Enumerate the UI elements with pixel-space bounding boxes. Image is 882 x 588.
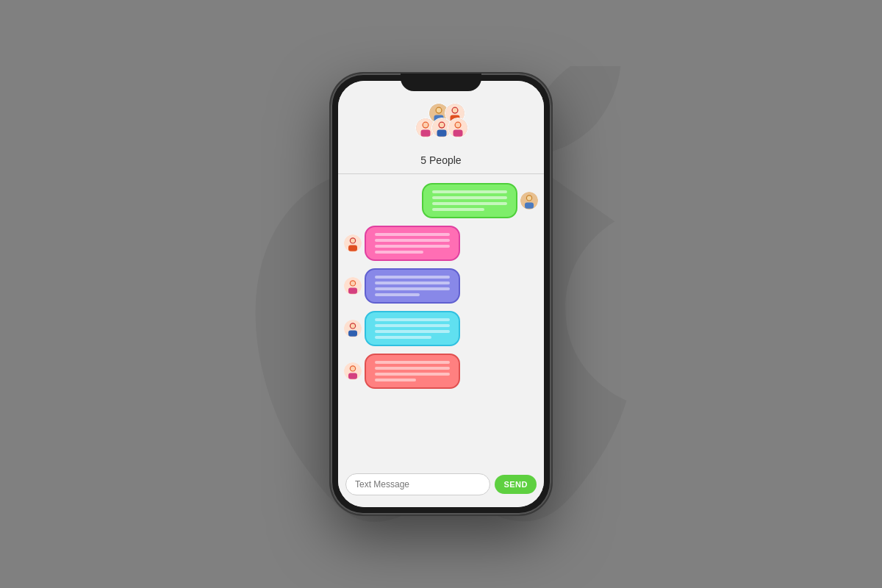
svg-point-11 — [423, 123, 429, 128]
svg-rect-14 — [437, 130, 447, 137]
message-row — [344, 311, 538, 346]
message-row — [344, 183, 538, 218]
input-area: SEND — [338, 467, 544, 507]
chat-header: 5 People — [338, 81, 544, 174]
message-bubble-5 — [365, 354, 460, 389]
bubble-line — [375, 293, 420, 296]
svg-point-31 — [351, 281, 355, 285]
bubble-line — [375, 318, 450, 321]
bubble-line — [375, 245, 450, 248]
message-row — [344, 354, 538, 389]
svg-rect-34 — [348, 330, 357, 336]
bubble-line — [375, 287, 450, 290]
bubble-line — [375, 324, 450, 327]
bubble-line — [432, 202, 507, 205]
message-row — [344, 226, 538, 261]
svg-point-27 — [351, 238, 355, 243]
bubble-line — [375, 239, 450, 242]
sender-avatar-1 — [520, 192, 538, 209]
message-row — [344, 268, 538, 304]
svg-point-15 — [440, 123, 445, 128]
avatar-5 — [448, 118, 468, 138]
bubble-line — [375, 282, 450, 284]
bubble-line — [375, 233, 450, 236]
phone-screen: 5 People — [338, 81, 544, 507]
bubble-line — [432, 208, 484, 211]
svg-rect-18 — [453, 130, 463, 137]
send-button[interactable]: SEND — [495, 475, 537, 494]
sender-avatar-3 — [344, 277, 362, 295]
svg-rect-22 — [525, 202, 534, 208]
bubble-line — [375, 361, 450, 364]
sender-avatar-4 — [344, 320, 362, 337]
bubble-line — [375, 379, 416, 381]
svg-point-39 — [351, 366, 355, 370]
svg-rect-30 — [348, 287, 357, 293]
phone-notch — [401, 74, 481, 91]
svg-point-7 — [453, 108, 458, 113]
message-input[interactable] — [345, 473, 490, 495]
bubble-line — [432, 196, 507, 199]
svg-rect-38 — [348, 373, 357, 379]
message-bubble-2 — [365, 226, 460, 261]
group-title: 5 People — [420, 154, 461, 166]
bubble-line — [375, 336, 431, 339]
svg-rect-26 — [348, 245, 357, 251]
bubble-line — [375, 367, 450, 370]
message-bubble-4 — [365, 311, 460, 346]
svg-point-3 — [437, 108, 442, 113]
avatar-group — [415, 103, 467, 147]
messages-area[interactable] — [338, 174, 544, 467]
sender-avatar-5 — [344, 362, 362, 380]
bubble-line — [375, 330, 450, 333]
phone-frame: 5 People — [331, 74, 551, 514]
svg-point-23 — [527, 196, 531, 200]
bubble-line — [375, 373, 450, 376]
message-bubble-1 — [422, 183, 517, 218]
bubble-line — [375, 251, 423, 254]
sender-avatar-2 — [344, 234, 362, 252]
message-bubble-3 — [365, 268, 460, 304]
svg-point-19 — [456, 123, 461, 128]
bubble-line — [432, 190, 507, 193]
bubble-line — [375, 276, 450, 279]
svg-point-35 — [351, 323, 355, 328]
svg-rect-10 — [421, 130, 431, 137]
